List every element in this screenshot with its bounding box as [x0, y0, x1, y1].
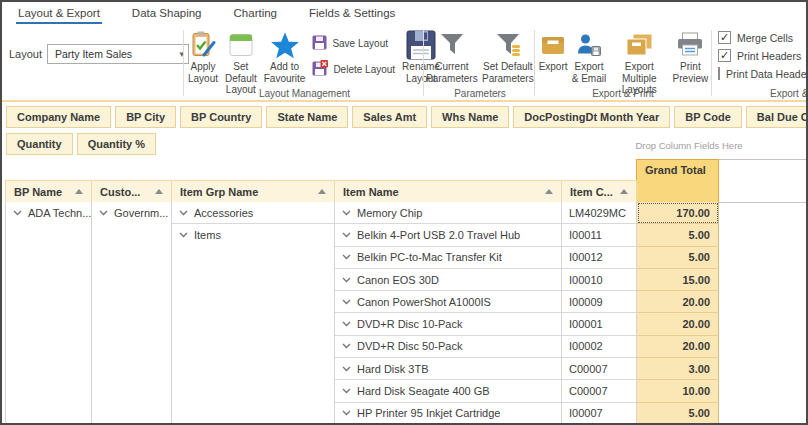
merge-cells-checkbox-row[interactable]: Merge Cells — [718, 31, 808, 44]
field-chip-company-name[interactable]: Company Name — [6, 106, 111, 128]
item-code-cell[interactable]: LM4029MC — [562, 202, 636, 224]
item-code-cell[interactable]: I00009 — [562, 291, 636, 313]
grand-total-cell[interactable]: 5.00 — [637, 403, 719, 425]
export-email-button[interactable]: Export & Email — [571, 28, 607, 84]
column-header-item-name[interactable]: Item Name — [334, 180, 562, 203]
item-name-cell[interactable]: Canon PowerShot A1000IS — [335, 291, 561, 313]
customer-header-label: Custo... — [100, 186, 140, 198]
group-label-layout-management: Layout Management — [186, 88, 423, 99]
field-chip-bal-due[interactable]: Bal Due On Doc — [746, 106, 808, 128]
field-chip-bp-code[interactable]: BP Code — [674, 106, 742, 128]
chevron-down-icon[interactable] — [342, 343, 351, 349]
export-multiple-layouts-button[interactable]: Export Multiple Layouts — [609, 28, 670, 96]
save-layout-button[interactable]: Save Layout — [312, 35, 395, 52]
print-data-headers-checkbox-row[interactable]: Print Data Headers — [718, 67, 808, 80]
item-code-cell[interactable]: C00007 — [562, 358, 636, 380]
column-header-item-code[interactable]: Item C... — [561, 180, 637, 203]
customer-group-cell[interactable]: Governm... — [92, 202, 171, 224]
item-name-cell[interactable]: Hard Disk Seagate 400 GB — [335, 380, 561, 402]
chevron-down-icon[interactable] — [13, 210, 22, 216]
grand-total-cell[interactable]: 20.00 — [637, 291, 719, 313]
chevron-down-icon[interactable] — [342, 277, 351, 283]
chevron-down-icon[interactable] — [342, 210, 351, 216]
bp-group-cell[interactable]: ADA Techn... — [6, 202, 91, 224]
pivot-header-row: BP Name Custo... Item Grp Name Item Name… — [5, 180, 637, 203]
grand-total-cell[interactable]: 15.00 — [637, 269, 719, 291]
item-name-cell[interactable]: DVD+R Disc 50-Pack — [335, 336, 561, 358]
grand-total-header[interactable]: Grand Total — [636, 159, 719, 203]
item-code-cell[interactable]: I00011 — [562, 224, 636, 246]
print-preview-button[interactable]: Print Preview — [672, 28, 709, 84]
grand-total-value: 10.00 — [682, 385, 710, 397]
item-code-cell[interactable]: I00001 — [562, 313, 636, 335]
grand-total-cell[interactable]: 10.00 — [637, 380, 719, 402]
item-name-cell[interactable]: Belkin 4-Port USB 2.0 Travel Hub — [335, 224, 561, 246]
print-preview-label: Print Preview — [672, 61, 709, 84]
chevron-down-icon[interactable] — [342, 388, 351, 394]
item-code-cell[interactable]: C00007 — [562, 380, 636, 402]
current-parameters-button[interactable]: Current Parameters — [426, 28, 478, 84]
tab-charting[interactable]: Charting — [232, 2, 279, 25]
grand-total-cell[interactable]: 20.00 — [637, 313, 719, 335]
grand-total-cell[interactable]: 20.00 — [637, 336, 719, 358]
item-code-cell[interactable]: I00010 — [562, 269, 636, 291]
tab-layout-export[interactable]: Layout & Export — [16, 2, 102, 25]
item-code-value: I00011 — [569, 229, 602, 241]
checkbox-icon[interactable] — [718, 31, 731, 44]
chevron-down-icon[interactable] — [179, 232, 188, 238]
delete-layout-button[interactable]: Delete Layout — [312, 60, 395, 78]
chevron-down-icon[interactable] — [342, 321, 351, 327]
grand-total-cell[interactable]: 170.00 — [637, 202, 719, 224]
item-name-cell[interactable]: Canon EOS 30D — [335, 269, 561, 291]
field-chip-quantity[interactable]: Quantity — [6, 133, 73, 155]
field-chip-bp-city[interactable]: BP City — [115, 106, 176, 128]
chevron-down-icon[interactable] — [99, 210, 108, 216]
checkbox-icon[interactable] — [718, 49, 731, 62]
column-header-item-grp[interactable]: Item Grp Name — [171, 180, 335, 203]
chevron-down-icon[interactable] — [342, 299, 351, 305]
item-name-cell[interactable]: HP Printer 95 Inkjet Cartridge — [335, 403, 561, 425]
tab-fields-settings[interactable]: Fields & Settings — [307, 2, 397, 25]
add-to-favourite-button[interactable]: Add to Favourite — [264, 28, 306, 84]
column-header-bp-name[interactable]: BP Name — [5, 180, 92, 203]
field-chip-whs-name[interactable]: Whs Name — [431, 106, 509, 128]
export-button[interactable]: Export — [537, 28, 569, 73]
field-chip-quantity-pct[interactable]: Quantity % — [77, 133, 156, 155]
item-grp-items-cell[interactable]: Items — [172, 224, 334, 246]
sort-asc-icon — [155, 189, 163, 194]
chevron-down-icon[interactable] — [179, 210, 188, 216]
tab-data-shaping[interactable]: Data Shaping — [130, 2, 204, 25]
empty-column-header — [718, 159, 808, 203]
chevron-down-icon[interactable] — [342, 254, 351, 260]
grand-total-cell[interactable]: 3.00 — [637, 358, 719, 380]
sort-asc-icon — [318, 189, 326, 194]
set-default-parameters-button[interactable]: Set Default Parameters — [482, 28, 534, 84]
grand-total-cell[interactable]: 5.00 — [637, 224, 719, 246]
layout-select[interactable]: Party Item Sales ▾ — [47, 44, 189, 64]
item-code-header-label: Item C... — [570, 186, 613, 198]
field-chip-bp-country[interactable]: BP Country — [180, 106, 262, 128]
layout-select-value: Party Item Sales — [55, 48, 132, 60]
chevron-down-icon[interactable] — [342, 366, 351, 372]
item-name-cell[interactable]: Memory Chip — [335, 202, 561, 224]
item-code-cell[interactable]: I00007 — [562, 403, 636, 425]
field-chip-sales-amt[interactable]: Sales Amt — [352, 106, 427, 128]
chevron-down-icon[interactable] — [342, 410, 351, 416]
item-name-cell[interactable]: Hard Disk 3TB — [335, 358, 561, 380]
item-grp-items-label: Items — [194, 229, 221, 241]
checkbox-icon[interactable] — [718, 67, 720, 80]
item-grp-accessories-cell[interactable]: Accessories — [172, 202, 334, 224]
item-name-cell[interactable]: DVD+R Disc 10-Pack — [335, 313, 561, 335]
item-name-cell[interactable]: Belkin PC-to-Mac Transfer Kit — [335, 247, 561, 269]
field-chip-docpostingdt[interactable]: DocPostingDt Month Year — [513, 106, 670, 128]
item-code-cell[interactable]: I00012 — [562, 247, 636, 269]
chevron-down-icon[interactable] — [342, 232, 351, 238]
filter-icon — [439, 28, 465, 61]
set-default-layout-button[interactable]: Set Default Layout — [225, 28, 257, 96]
apply-layout-button[interactable]: Apply Layout — [188, 28, 218, 84]
field-chip-state-name[interactable]: State Name — [266, 106, 348, 128]
grand-total-cell[interactable]: 5.00 — [637, 247, 719, 269]
column-header-customer[interactable]: Custo... — [91, 180, 172, 203]
print-headers-checkbox-row[interactable]: Print Headers — [718, 49, 808, 62]
item-code-cell[interactable]: I00002 — [562, 336, 636, 358]
